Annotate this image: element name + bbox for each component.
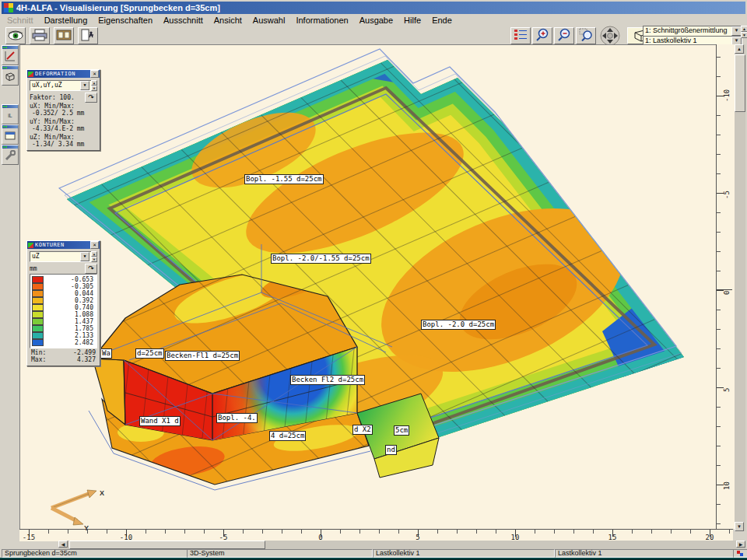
axis-triad: X Y bbox=[28, 485, 114, 531]
toolbox-draw-settings[interactable] bbox=[2, 45, 19, 65]
zoom-window-button[interactable] bbox=[576, 27, 596, 44]
menu-item-ende[interactable]: Ende bbox=[426, 16, 458, 25]
konturen-panel: KONTUREN × uZ ▼ ▲▼ mm ↷ -0.653 -0.305 0.… bbox=[26, 240, 100, 366]
door-exit-icon bbox=[80, 29, 96, 44]
legend-min: Min:-2.499 bbox=[27, 349, 100, 356]
scroll-up-icon[interactable]: ▲ bbox=[735, 44, 744, 54]
menu-item-ausgabe[interactable]: Ausgabe bbox=[354, 16, 398, 25]
result-list-icon bbox=[514, 29, 528, 44]
panel-glyph-icon bbox=[28, 72, 33, 77]
menu-item-ansicht[interactable]: Ansicht bbox=[209, 16, 247, 25]
menu-item-schnitt: Schnitt bbox=[2, 16, 39, 25]
konturen-panel-titlebar[interactable]: KONTUREN × bbox=[27, 241, 100, 249]
unit-row: mm ↷ bbox=[27, 264, 100, 273]
analysis-combo[interactable]: 1: Schnittgrößenermittlung ▼ bbox=[643, 26, 742, 37]
legend-swatch bbox=[32, 332, 44, 339]
panel-glyph-icon bbox=[28, 243, 33, 248]
vertical-scrollbar[interactable]: ▲ ▼ bbox=[735, 44, 745, 531]
print-button[interactable] bbox=[30, 27, 50, 44]
report-book-button[interactable] bbox=[54, 27, 74, 44]
toolbox-tools[interactable] bbox=[2, 145, 19, 165]
scroll-down-icon[interactable]: ▼ bbox=[735, 522, 744, 531]
uy-minmax-label: uY: Min/Max: bbox=[27, 117, 100, 125]
zoom-in-button[interactable] bbox=[532, 27, 552, 44]
close-icon[interactable]: × bbox=[90, 241, 99, 249]
horizontal-scroll-thumb[interactable] bbox=[69, 541, 265, 549]
vertical-scroll-thumb[interactable] bbox=[735, 54, 745, 112]
legend-swatch bbox=[32, 339, 44, 346]
ux-minmax-value: -0.352/ 2.5 mm bbox=[27, 110, 100, 117]
horizontal-ruler: -15 -10 -5 0 5 10 15 20 bbox=[19, 529, 733, 541]
panel-icon bbox=[2, 128, 18, 142]
deformation-component-combo[interactable]: uX,uY,uZ ▼ ▲▼ bbox=[30, 80, 97, 91]
status-loadcase2: Lastkollektiv 1 bbox=[555, 549, 734, 558]
main-toolbar: ∙∙ 1: Schnittgrößenermittlung ▼ 1: Lastk… bbox=[2, 26, 745, 45]
legend-swatch bbox=[32, 325, 44, 332]
legend-swatch bbox=[32, 304, 44, 311]
exit-door-button[interactable] bbox=[78, 27, 98, 44]
axis-x-label: X bbox=[100, 489, 104, 497]
toolbox-legend[interactable]: iL bbox=[2, 104, 19, 124]
scene-3d bbox=[20, 45, 717, 530]
printer-icon bbox=[32, 29, 47, 44]
model-label: Bopl. -1.55 d=25cm bbox=[244, 174, 324, 184]
konturen-component-combo[interactable]: uZ ▼ ▲▼ bbox=[30, 251, 97, 262]
menu-bar: Schnitt Darstellung Eigenschaften Aussch… bbox=[2, 14, 745, 26]
legend-icon: iL bbox=[2, 108, 18, 122]
spinner[interactable]: ▲▼ bbox=[91, 251, 97, 261]
zoom-out-icon bbox=[557, 28, 571, 44]
menu-item-informationen[interactable]: Informationen bbox=[290, 16, 353, 25]
book-icon bbox=[56, 29, 72, 44]
legend-swatch bbox=[32, 283, 44, 290]
preview-eye-button[interactable] bbox=[5, 27, 26, 44]
result-list-button[interactable] bbox=[510, 27, 531, 44]
model-label: Bopl. -4. bbox=[216, 413, 258, 423]
zoom-out-button[interactable] bbox=[554, 27, 574, 44]
model-label: 5cm bbox=[394, 425, 409, 436]
model-label: nd bbox=[385, 445, 397, 455]
legend-swatch bbox=[32, 297, 44, 304]
status-bar: Sprungbecken d=35cm 3D-System Lastkollek… bbox=[0, 549, 747, 558]
menu-item-darstellung[interactable]: Darstellung bbox=[39, 16, 93, 25]
menu-item-hilfe[interactable]: Hilfe bbox=[398, 16, 426, 25]
ruler-label: 0 bbox=[723, 291, 731, 295]
chevron-down-icon[interactable]: ▼ bbox=[80, 252, 89, 261]
app-icon bbox=[4, 3, 13, 12]
chevron-down-icon[interactable]: ▼ bbox=[80, 81, 89, 90]
pen-grid-icon bbox=[2, 49, 18, 63]
scroll-left-icon[interactable]: ◀ bbox=[58, 541, 68, 548]
toolbox-panel[interactable] bbox=[2, 124, 19, 145]
menu-item-ausschnitt[interactable]: Ausschnitt bbox=[158, 16, 209, 25]
model-label: Bopl. -2.0 d=25cm bbox=[421, 320, 496, 330]
menu-item-auswahl[interactable]: Auswahl bbox=[247, 16, 291, 25]
redraw-button[interactable]: ↷ bbox=[85, 93, 97, 103]
legend-swatch bbox=[32, 290, 44, 297]
zoom-in-icon bbox=[535, 28, 549, 44]
legend-max: Max:4.327 bbox=[27, 356, 100, 366]
ruler-label: -5 bbox=[723, 191, 731, 199]
close-icon[interactable]: × bbox=[90, 70, 99, 78]
uy-minmax-value: -4.33/4.E-2 mm bbox=[27, 125, 100, 133]
vertical-ruler: -10 -5 0 5 10 bbox=[716, 44, 735, 529]
scroll-right-icon[interactable]: ▶ bbox=[736, 541, 745, 548]
left-toolbox: iL bbox=[0, 44, 19, 560]
title-bar[interactable]: 4H-ALFA - Visualisierung [Sprungbecken d… bbox=[2, 2, 745, 14]
model-label: Becken Fl2 d=25cm bbox=[290, 375, 365, 385]
faktor-row: Faktor: 100. ↷ bbox=[27, 93, 100, 102]
ux-minmax-label: uX: Min/Max: bbox=[27, 102, 100, 110]
deformation-panel-titlebar[interactable]: DEFORMATION × bbox=[27, 70, 100, 78]
window-title: 4H-ALFA - Visualisierung [Sprungbecken d… bbox=[16, 3, 220, 12]
ruler-label: -10 bbox=[723, 89, 731, 102]
loadcase-spinner[interactable]: ▲▼ bbox=[741, 26, 747, 38]
spinner[interactable]: ▲▼ bbox=[91, 80, 97, 89]
menu-item-eigenschaften[interactable]: Eigenschaften bbox=[93, 16, 158, 25]
redraw-button[interactable]: ↷ bbox=[85, 264, 97, 274]
model-label: Bopl. -2.0/-1.55 d=25cm bbox=[271, 254, 371, 264]
toolbox-3d-box[interactable] bbox=[2, 65, 19, 86]
cube-icon bbox=[2, 69, 18, 83]
deformation-panel: DEFORMATION × uX,uY,uZ ▼ ▲▼ Faktor: 100.… bbox=[26, 69, 100, 151]
legend-swatch bbox=[32, 276, 44, 283]
drawing-canvas[interactable]: Bopl. -1.55 d=25cm Bopl. -2.0/-1.55 d=25… bbox=[19, 44, 717, 530]
horizontal-scrollbar[interactable]: ◀ ▶ bbox=[58, 541, 745, 549]
legend-swatch bbox=[32, 318, 44, 325]
